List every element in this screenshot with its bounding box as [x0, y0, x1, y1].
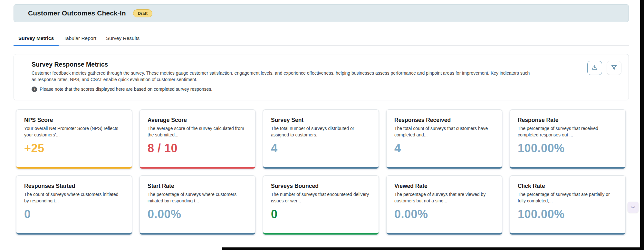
metric-card-description: The count of surveys where customers ini…: [24, 191, 124, 204]
metric-card-title: Survey Sent: [271, 117, 371, 124]
metric-card-description: The percentage of surveys that are viewe…: [394, 191, 494, 204]
section-note: i Please note that the scores displayed …: [32, 87, 621, 92]
metric-card-average-score: Average Score The average score of the s…: [139, 109, 255, 169]
metric-card-nps-score: NPS Score Your overall Net Promoter Scor…: [16, 109, 132, 169]
metric-card-value: 4: [394, 142, 494, 155]
info-icon: i: [32, 87, 37, 92]
metric-card-description: The number of surveys that encountered d…: [271, 191, 371, 204]
section-description: Customer feedback metrics gathered throu…: [32, 70, 534, 83]
metric-card-click-rate: Click Rate The percentage of surveys tha…: [510, 175, 626, 235]
metric-card-title: Viewed Rate: [394, 183, 494, 190]
filter-button[interactable]: [607, 61, 621, 75]
metric-card-surveys-bounced: Surveys Bounced The number of surveys th…: [263, 175, 379, 235]
tab-tabular-report[interactable]: Tabular Report: [59, 32, 101, 46]
metric-card-description: The percentage of surveys that received …: [518, 125, 618, 138]
metric-card-title: Surveys Bounced: [271, 183, 371, 190]
metric-card-value: 0.00%: [394, 208, 494, 221]
panel-actions: [587, 61, 621, 75]
metric-card-title: Average Score: [148, 117, 247, 124]
metric-card-responses-started: Responses Started The count of surveys w…: [16, 175, 132, 235]
tab-bar: Survey MetricsTabular ReportSurvey Resul…: [14, 32, 629, 46]
metric-card-value: 4: [271, 142, 371, 155]
metric-card-value: 0: [24, 208, 124, 221]
status-badge: Draft: [133, 9, 152, 17]
filter-icon: [610, 64, 618, 72]
tab-survey-results[interactable]: Survey Results: [101, 32, 144, 46]
section-title: Survey Response Metrics: [32, 61, 621, 68]
page-title: Customer Outcomes Check-In: [28, 9, 126, 17]
metric-card-description: The total number of surveys distributed …: [271, 125, 371, 138]
metric-card-value: 8 / 10: [148, 142, 247, 155]
metric-card-title: Responses Received: [394, 117, 494, 124]
metrics-grid: NPS Score Your overall Net Promoter Scor…: [16, 109, 627, 235]
metric-card-start-rate: Start Rate The percentage of surveys whe…: [139, 175, 255, 235]
metric-card-description: Your overall Net Promoter Score (NPS) re…: [24, 125, 124, 138]
page-header: Customer Outcomes Check-In Draft: [14, 4, 629, 22]
metric-card-responses-received: Responses Received The total count of su…: [386, 109, 502, 169]
screen-edge-right: [640, 0, 644, 250]
tab-survey-metrics[interactable]: Survey Metrics: [14, 32, 59, 46]
download-button[interactable]: [587, 61, 602, 75]
metric-card-description: The percentage of surveys that are parti…: [518, 191, 618, 204]
metric-card-description: The total count of surveys that customer…: [394, 125, 494, 138]
survey-response-metrics-panel: Survey Response Metrics Customer feedbac…: [14, 54, 629, 100]
metric-card-title: NPS Score: [24, 117, 124, 124]
metric-card-title: Response Rate: [518, 117, 618, 124]
metric-card-survey-sent: Survey Sent The total number of surveys …: [263, 109, 379, 169]
metric-card-value: 0.00%: [148, 208, 247, 221]
metric-card-response-rate: Response Rate The percentage of surveys …: [510, 109, 626, 169]
metric-card-value: +25: [24, 142, 124, 155]
metric-card-value: 100.00%: [518, 208, 618, 221]
metric-card-title: Click Rate: [518, 183, 618, 190]
metric-card-title: Responses Started: [24, 183, 124, 190]
collapse-handle-icon[interactable]: ><: [628, 202, 639, 213]
metric-card-description: The average score of the survey calculat…: [148, 125, 247, 138]
screen-edge-bottom: [222, 247, 644, 250]
metric-card-value: 100.00%: [518, 142, 618, 155]
metric-card-viewed-rate: Viewed Rate The percentage of surveys th…: [386, 175, 502, 235]
note-text: Please note that the scores displayed he…: [40, 87, 212, 92]
metric-card-value: 0: [271, 208, 371, 221]
metric-card-description: The percentage of surveys where customer…: [148, 191, 247, 204]
download-icon: [591, 64, 598, 72]
metric-card-title: Start Rate: [148, 183, 247, 190]
